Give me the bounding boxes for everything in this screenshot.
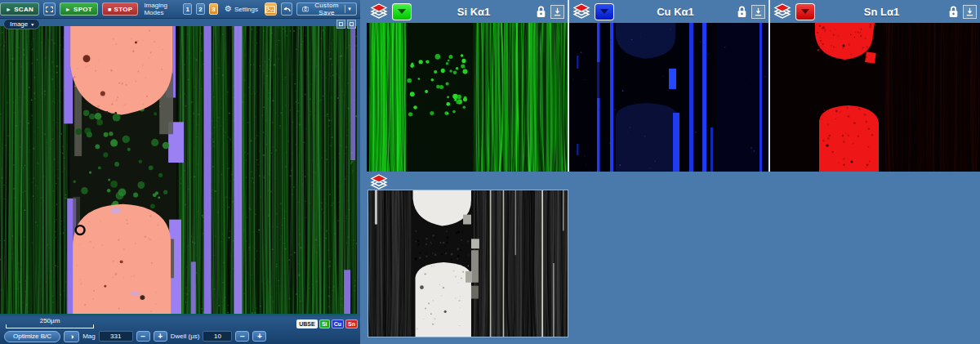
dwell-decrease-button[interactable]: − <box>235 331 249 342</box>
optimize-bc-button[interactable]: Optimize B/C <box>4 331 60 342</box>
lock-icon[interactable] <box>737 5 747 18</box>
chevron-down-icon <box>398 9 406 14</box>
play-icon: ► <box>65 7 71 12</box>
main-toolbar: ► SCAN ► SPOT ■ STOP Imaging Modes 1 2 3… <box>0 0 360 19</box>
image-tab-label: Image <box>10 20 28 28</box>
map-panel-si: Si Kα1 <box>367 0 569 172</box>
download-icon[interactable] <box>751 5 765 19</box>
reduced-area-icon[interactable] <box>43 2 56 16</box>
map-title-si: Si Kα1 <box>416 6 532 18</box>
image-viewport: Image ▾ <box>0 19 360 317</box>
scan-button[interactable]: ► SCAN <box>0 2 39 16</box>
dwell-input[interactable] <box>203 331 232 342</box>
spot-button[interactable]: ► SPOT <box>60 2 98 16</box>
si-map-image[interactable] <box>367 23 568 172</box>
settings-label: Settings <box>234 6 258 13</box>
imaging-modes-label: Imaging Modes <box>144 2 177 16</box>
layers-icon[interactable] <box>773 3 791 20</box>
undo-button[interactable] <box>281 2 293 16</box>
mag-label: Mag <box>82 333 96 340</box>
picture-icon <box>265 6 275 13</box>
detach-view-icon[interactable] <box>347 20 356 29</box>
element-map-grid: Si Kα1 <box>360 0 980 344</box>
view-corner-controls <box>336 20 356 29</box>
image-adjust-button[interactable] <box>265 2 277 16</box>
map-panel-sn-header: Sn Lα1 <box>770 0 980 23</box>
cu-map-image[interactable] <box>569 23 768 172</box>
settings-button[interactable]: ⚙ Settings <box>225 5 258 13</box>
dwell-label: Dwell (µs) <box>171 333 200 340</box>
map-title-cu: Cu Kα1 <box>618 6 733 18</box>
play-icon: ► <box>6 7 11 12</box>
screenshot-root: ► SCAN ► SPOT ■ STOP Imaging Modes 1 2 3… <box>0 0 980 344</box>
electron-image-panel[interactable] <box>368 190 568 337</box>
spot-button-label: SPOT <box>74 6 92 13</box>
mag-decrease-button[interactable]: − <box>136 331 150 342</box>
scale-bar-bracket <box>6 324 94 328</box>
scan-button-label: SCAN <box>14 6 33 13</box>
lock-icon[interactable] <box>536 5 546 18</box>
layer-badges: UBSE Si Cu Sn <box>296 319 358 328</box>
lock-icon[interactable] <box>948 5 959 18</box>
camera-icon <box>302 5 309 13</box>
sem-image-viewer: ► SCAN ► SPOT ■ STOP Imaging Modes 1 2 3… <box>0 0 360 344</box>
layers-icon[interactable] <box>370 3 388 20</box>
layers-icon[interactable] <box>572 3 590 20</box>
layer-badge-ubse[interactable]: UBSE <box>296 319 317 328</box>
image-tab[interactable]: Image ▾ <box>3 19 40 29</box>
download-icon[interactable] <box>550 5 564 19</box>
gear-icon: ⚙ <box>225 5 232 13</box>
mag-increase-button[interactable]: + <box>154 331 167 342</box>
scale-bar: 250µm <box>4 318 96 328</box>
chevron-down-icon <box>801 9 809 14</box>
dashed-rect-icon <box>46 7 53 12</box>
layer-badge-cu[interactable]: Cu <box>332 319 344 328</box>
mag-input[interactable] <box>99 331 133 342</box>
custom-save-button[interactable]: Custom Save ▾ <box>296 2 357 16</box>
chevron-down-icon <box>600 9 608 14</box>
download-icon[interactable] <box>963 5 977 19</box>
map-panel-sn: Sn Lα1 <box>770 0 980 172</box>
imaging-mode-1-button[interactable]: 1 <box>183 3 192 15</box>
custom-save-caret-icon: ▾ <box>348 6 351 12</box>
sn-map-image[interactable] <box>770 23 980 172</box>
layer-badge-si[interactable]: Si <box>319 319 330 328</box>
color-dropdown-si[interactable] <box>392 3 412 20</box>
layer-badge-sn[interactable]: Sn <box>345 319 358 328</box>
map-panel-cu: Cu Kα1 <box>569 0 770 172</box>
stop-button[interactable]: ■ STOP <box>102 2 138 16</box>
map-title-sn: Sn Lα1 <box>819 6 944 18</box>
imaging-mode-2-button[interactable]: 2 <box>196 3 205 15</box>
brightness-contrast-button[interactable]: ◑ <box>64 331 79 342</box>
stop-icon: ■ <box>108 7 112 12</box>
color-dropdown-sn[interactable] <box>795 3 815 20</box>
stop-button-label: STOP <box>114 6 133 13</box>
bottom-control-bar: 250µm UBSE Si Cu Sn Optimize B/C ◑ Mag −… <box>0 317 360 344</box>
scale-bar-label: 250µm <box>40 318 60 324</box>
custom-save-label: Custom Save <box>312 2 341 16</box>
imaging-mode-3-button[interactable]: 3 <box>209 3 218 15</box>
expand-view-icon[interactable] <box>336 20 345 29</box>
map-panel-cu-header: Cu Kα1 <box>569 0 768 23</box>
layers-icon[interactable] <box>370 174 388 190</box>
dwell-increase-button[interactable]: + <box>252 331 266 342</box>
color-dropdown-cu[interactable] <box>595 3 614 20</box>
map-panel-si-header: Si Kα1 <box>367 0 568 23</box>
divider <box>345 5 345 13</box>
sem-composite-image[interactable] <box>0 26 357 315</box>
undo-arrow-icon <box>282 5 292 13</box>
chevron-down-icon: ▾ <box>31 21 33 27</box>
